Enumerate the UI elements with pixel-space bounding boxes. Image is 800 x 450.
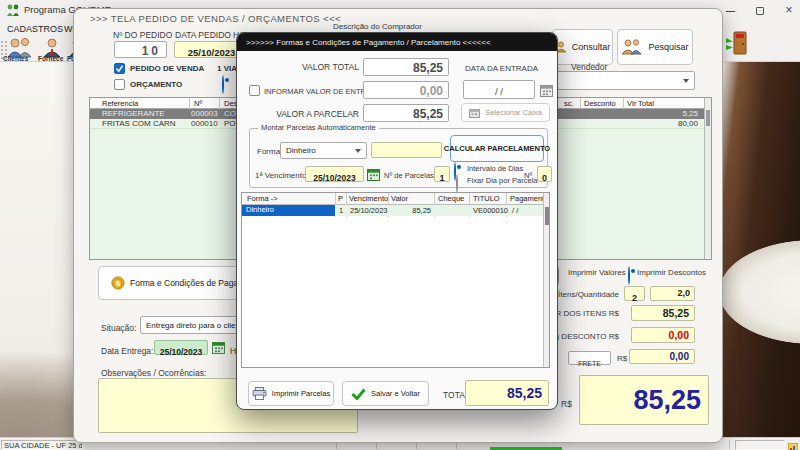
imprimir-valores-label: Imprimir Valores	[568, 268, 626, 277]
valor-entrada-field[interactable]: 0,00	[363, 81, 449, 99]
frete-value: 0,00	[630, 350, 694, 362]
menu-item-cadastros[interactable]: CADASTROS	[7, 24, 63, 34]
parcela-row[interactable]: Dinheiro 1 25/10/2023 85,25 VE000010 / /	[242, 205, 545, 216]
col-header-desc[interactable]: sc.	[564, 99, 574, 108]
chevron-down-icon	[355, 149, 361, 153]
informar-entrada-checkbox[interactable]	[249, 85, 260, 96]
valor-parcelar-value: 85,25	[364, 105, 448, 121]
parcela-pagamento: / /	[512, 206, 518, 215]
exit-door-icon	[725, 29, 749, 57]
close-button[interactable]: ×	[780, 2, 798, 18]
valor-total-label: VALOR TOTAL	[237, 62, 359, 72]
maximize-button[interactable]	[750, 4, 770, 18]
data-entrega-field[interactable]: 25/10/2023	[154, 340, 208, 355]
frete-field[interactable]: FRETE	[568, 351, 611, 365]
col-header-numero[interactable]: Nº	[194, 99, 202, 108]
col-vencimento[interactable]: Vencimento	[349, 194, 388, 203]
consultar-button[interactable]: Consultar	[552, 29, 613, 65]
frete-value-field[interactable]: 0,00	[629, 349, 695, 364]
valor-itens-value: 85,25	[632, 306, 694, 319]
exit-button[interactable]	[725, 29, 749, 57]
pedido-venda-checkbox[interactable]	[114, 63, 125, 74]
num-parcelas-label: Nº de Parcelas	[384, 171, 434, 180]
parcela-forma-cell[interactable]: Dinheiro	[242, 205, 335, 216]
status-panel-brand: FpqSystem	[735, 440, 785, 450]
minimize-icon	[726, 11, 735, 12]
calcular-parcelamento-button[interactable]: CALCULAR PARCELAMENTO	[450, 135, 544, 162]
items-grid-scrollbar[interactable]	[704, 98, 711, 259]
itens-qty-value: 2,0	[651, 287, 694, 298]
calendar-icon-green[interactable]	[212, 340, 225, 358]
item-num: 000003	[191, 109, 218, 118]
grand-total-value: 85,25	[580, 376, 708, 424]
col-header-referencia[interactable]: Referencia	[102, 99, 138, 108]
col-header-desconto[interactable]: Desconto	[584, 99, 616, 108]
data-entrega-label: Data Entrega:	[101, 346, 153, 356]
fixar-dia-radio[interactable]	[456, 174, 458, 193]
parcelas-scrollbar[interactable]	[543, 193, 549, 367]
pesquisar-button[interactable]: Pesquisar	[617, 29, 693, 65]
data-entrega-value: 25/10/2023	[160, 347, 203, 357]
status-app-icon	[788, 439, 798, 450]
pedido-venda-label: PEDIDO DE VENDA	[130, 64, 204, 73]
modal-title: >>>>>> Formas e Condições de Pagamento /…	[246, 38, 491, 47]
item-ref: FRITAS COM CARN	[102, 119, 176, 128]
item-ref: REFRIGERANTE	[102, 109, 165, 118]
col-titulo[interactable]: TITULO	[473, 194, 500, 203]
total-currency-label: R$	[561, 399, 572, 409]
frete-currency-label: R$	[617, 354, 627, 363]
calcular-label: CALCULAR PARCELAMENTO	[444, 144, 550, 153]
itens-qty-field: 2,0	[650, 286, 695, 301]
printer-icon	[252, 387, 267, 400]
cashbox-icon	[469, 107, 480, 118]
orcamento-checkbox[interactable]	[114, 79, 125, 90]
vendedor-combo[interactable]	[554, 71, 695, 90]
status-separator	[729, 440, 730, 449]
consultar-label: Consultar	[572, 42, 611, 52]
frete-label: FRETE	[578, 360, 601, 367]
coin-icon: $	[111, 275, 125, 291]
col-header-vlr-total[interactable]: Vlr Total	[627, 99, 654, 108]
toolbar-label-fornecedores: Fornece	[38, 55, 63, 62]
pagamento-button[interactable]: $ Forma e Condições de Pagame	[98, 266, 251, 300]
num-parcelas-field[interactable]: 1	[434, 166, 450, 182]
data-entrada-field[interactable]: / /	[463, 80, 535, 99]
col-valor[interactable]: Valor	[391, 194, 408, 203]
item-total: 80,00	[678, 119, 698, 128]
pesquisar-label: Pesquisar	[648, 42, 688, 52]
imprimir-descontos-radio[interactable]	[628, 266, 630, 285]
screen: Programa GOURME × CADASTROS WHATS Client…	[0, 0, 800, 450]
parcela-p: 1	[339, 206, 343, 215]
calendar-icon-green-small[interactable]	[367, 167, 380, 185]
dias-label: Nº	[524, 171, 532, 180]
forma-combo[interactable]: Dinheiro	[280, 142, 367, 159]
vencimento-field[interactable]: 25/10/2023	[305, 166, 364, 182]
col-p[interactable]: P	[338, 194, 343, 203]
orcamento-label: ORÇAMENTO	[130, 80, 182, 89]
desconto-value: 0,00	[632, 328, 694, 341]
data-entrada-value: / /	[495, 86, 503, 97]
minimize-button[interactable]	[720, 4, 740, 18]
dias-value: 0	[542, 173, 547, 183]
imprimir-descontos-label: Imprimir Descontos	[637, 268, 706, 277]
itens-count-value: 2	[632, 293, 637, 303]
dias-field[interactable]: 0	[537, 166, 552, 182]
parcela-valor: 85,25	[388, 206, 431, 215]
col-forma[interactable]: Forma ->	[247, 194, 278, 203]
forma-extra-field[interactable]	[371, 142, 442, 158]
desconto-field[interactable]: 0,00	[631, 327, 695, 343]
payment-modal: >>>>>> Formas e Condições de Pagamento /…	[236, 32, 558, 410]
scrollbar-thumb[interactable]	[706, 110, 710, 126]
selecionar-caixa-button[interactable]: Selecionar Caixa	[461, 103, 550, 122]
salvar-voltar-button[interactable]: Salvar e Voltar	[342, 381, 429, 406]
modal-title-bar[interactable]: >>>>>> Formas e Condições de Pagamento /…	[237, 33, 557, 51]
parcelas-table[interactable]: Forma -> P Vencimento Valor Cheque TITUL…	[241, 192, 550, 368]
montar-parcelas-legend: Montar Parcelas Automáticamente	[258, 123, 379, 132]
chevron-down-icon	[683, 79, 689, 83]
numero-pedido-field[interactable]: 10	[114, 41, 167, 58]
imprimir-parcelas-button[interactable]: Imprimir Parcelas	[248, 381, 334, 406]
via-radio[interactable]	[222, 75, 224, 94]
vencimento-label: 1ª Vencimento:	[255, 171, 309, 180]
col-cheque[interactable]: Cheque	[438, 194, 464, 203]
calendar-icon-gray[interactable]	[540, 83, 553, 101]
